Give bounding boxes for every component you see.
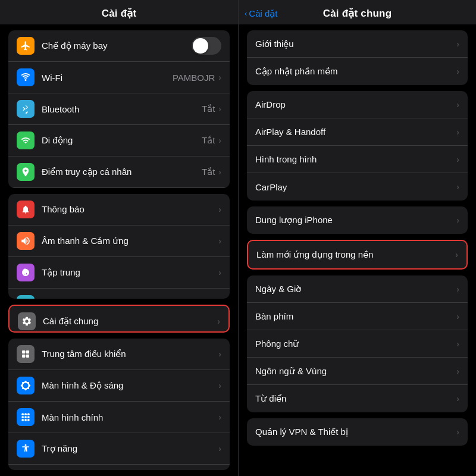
screentime-icon — [17, 295, 35, 299]
right-group-connectivity-group: AirDrop›AirPlay & Handoff›Hình trong hìn… — [247, 91, 468, 201]
right-dictionary-label: Từ điển — [255, 393, 456, 404]
settings-group-notifications: Thông báo› Âm thanh & Cảm ứng› Tập trung… — [8, 194, 230, 299]
notif-icon — [17, 201, 35, 218]
bluetooth-chevron-icon: › — [218, 104, 221, 114]
wifi-value: PAMBOJR — [173, 73, 215, 83]
svg-rect-2 — [26, 350, 29, 353]
right-vpn-device-chevron-icon: › — [456, 427, 459, 437]
svg-point-14 — [25, 444, 27, 446]
settings-row-screentime[interactable]: Thời gian sử dụng› — [8, 289, 230, 299]
mobile-value: Tắt — [202, 135, 215, 146]
accessibility-chevron-icon: › — [218, 444, 221, 453]
accessibility-label: Trợ năng — [42, 443, 218, 454]
right-row-picture-in-picture[interactable]: Hình trong hình› — [247, 146, 468, 173]
right-row-dictionary[interactable]: Từ điển› — [247, 385, 468, 412]
right-group-datetime-group: Ngày & Giờ›Bàn phím›Phông chữ›Ngôn ngữ &… — [247, 275, 468, 412]
right-picture-in-picture-chevron-icon: › — [456, 155, 459, 164]
right-row-iphone-storage[interactable]: Dung lượng iPhone› — [247, 206, 468, 234]
right-row-carplay[interactable]: CarPlay› — [247, 173, 468, 201]
svg-point-12 — [24, 419, 27, 421]
settings-row-hotspot[interactable]: Điểm truy cập cá nhânTắt› — [8, 156, 230, 188]
airplane-icon — [17, 37, 35, 55]
bluetooth-icon — [17, 100, 35, 118]
settings-group-connectivity: Chế độ máy bay Wi-FiPAMBOJR› BluetoothTắ… — [8, 30, 230, 188]
settings-row-wifi[interactable]: Wi-FiPAMBOJR› — [8, 62, 230, 93]
sound-icon — [17, 232, 35, 250]
svg-point-5 — [21, 414, 24, 416]
wifi-label: Wi-Fi — [42, 73, 173, 83]
bluetooth-label: Bluetooth — [42, 104, 202, 114]
settings-row-accessibility[interactable]: Trợ năng› — [8, 433, 230, 465]
display-brightness-label: Màn hình & Độ sáng — [42, 380, 218, 391]
right-carplay-label: CarPlay — [255, 182, 456, 192]
settings-row-homescreen[interactable]: Màn hình chính› — [8, 402, 230, 433]
wifi-icon — [17, 68, 35, 86]
settings-row-control-center[interactable]: Trung tâm điều khiển› — [8, 339, 230, 370]
right-row-date-time[interactable]: Ngày & Giờ› — [247, 275, 468, 303]
right-language-region-chevron-icon: › — [456, 367, 459, 376]
general-settings-label: Cài đặt chung — [43, 316, 217, 327]
right-date-time-chevron-icon: › — [456, 284, 459, 294]
left-settings-content: Chế độ máy bay Wi-FiPAMBOJR› BluetoothTắ… — [0, 24, 238, 476]
right-airdrop-label: AirDrop — [255, 99, 456, 109]
right-row-vpn-device[interactable]: Quản lý VPN & Thiết bị› — [247, 418, 468, 446]
svg-point-6 — [24, 414, 27, 416]
right-about-chevron-icon: › — [456, 39, 459, 49]
mobile-label: Di động — [42, 135, 202, 146]
settings-row-airplane[interactable]: Chế độ máy bay — [8, 30, 230, 62]
right-vpn-device-label: Quản lý VPN & Thiết bị — [255, 427, 456, 437]
settings-row-focus[interactable]: Tập trung› — [8, 257, 230, 289]
bluetooth-value: Tắt — [202, 104, 215, 114]
right-background-refresh-label: Làm mới ứng dụng trong nền — [256, 249, 455, 260]
settings-row-general-settings[interactable]: Cài đặt chung› — [10, 306, 228, 333]
right-keyboard-label: Bàn phím — [255, 311, 456, 321]
right-row-fonts[interactable]: Phông chữ› — [247, 330, 468, 358]
sound-chevron-icon: › — [218, 236, 221, 246]
hotspot-value: Tắt — [202, 167, 215, 177]
right-about-label: Giới thiệu — [255, 39, 456, 49]
settings-row-display-brightness[interactable]: Màn hình & Độ sáng› — [8, 370, 230, 402]
right-row-airdrop[interactable]: AirDrop› — [247, 91, 468, 118]
right-group-storage-group: Dung lượng iPhone› — [247, 206, 468, 234]
right-software-update-label: Cập nhật phần mềm — [255, 66, 456, 77]
control-center-label: Trung tâm điều khiển — [42, 349, 218, 359]
settings-row-sound[interactable]: Âm thanh & Cảm ứng› — [8, 226, 230, 257]
svg-point-11 — [21, 419, 24, 421]
svg-point-10 — [27, 416, 30, 419]
right-fonts-chevron-icon: › — [456, 339, 459, 349]
hotspot-icon — [17, 163, 35, 181]
svg-rect-3 — [22, 355, 25, 358]
settings-group-general: Cài đặt chung› — [8, 305, 230, 333]
right-row-language-region[interactable]: Ngôn ngữ & Vùng› — [247, 358, 468, 385]
right-row-airplay-handoff[interactable]: AirPlay & Handoff› — [247, 118, 468, 146]
settings-row-mobile[interactable]: Di độngTắt› — [8, 125, 230, 156]
sound-label: Âm thanh & Cảm ứng — [42, 236, 218, 246]
settings-row-wallpaper[interactable]: Hình nền› — [8, 465, 230, 470]
airplane-toggle[interactable] — [192, 37, 221, 55]
right-row-keyboard[interactable]: Bàn phím› — [247, 303, 468, 330]
right-group-about-group: Giới thiệu›Cập nhật phần mềm› — [247, 30, 468, 85]
airplane-toggle-knob — [193, 38, 208, 54]
focus-icon — [17, 264, 35, 281]
right-group-background-group: Làm mới ứng dụng trong nền› — [247, 240, 468, 270]
right-carplay-chevron-icon: › — [456, 182, 459, 192]
back-button[interactable]: ‹ Cài đặt — [245, 8, 278, 19]
right-row-about[interactable]: Giới thiệu› — [247, 30, 468, 58]
right-row-background-refresh[interactable]: Làm mới ứng dụng trong nền› — [248, 241, 466, 268]
notif-label: Thông báo — [42, 204, 218, 214]
left-title: Cài đặt — [102, 8, 137, 19]
settings-row-bluetooth[interactable]: BluetoothTắt› — [8, 93, 230, 125]
right-iphone-storage-chevron-icon: › — [456, 215, 459, 225]
control-center-icon — [17, 345, 35, 363]
homescreen-chevron-icon: › — [218, 412, 221, 422]
back-label[interactable]: Cài đặt — [249, 8, 277, 19]
right-title: Cài đặt chung — [323, 7, 392, 20]
right-header: ‹ Cài đặt Cài đặt chung — [239, 0, 476, 24]
homescreen-icon — [17, 408, 35, 426]
settings-row-notif[interactable]: Thông báo› — [8, 194, 230, 226]
svg-point-0 — [25, 79, 27, 81]
wifi-chevron-icon: › — [218, 73, 221, 82]
right-row-software-update[interactable]: Cập nhật phần mềm› — [247, 58, 468, 85]
display-brightness-icon — [17, 377, 35, 394]
svg-point-9 — [24, 416, 27, 419]
